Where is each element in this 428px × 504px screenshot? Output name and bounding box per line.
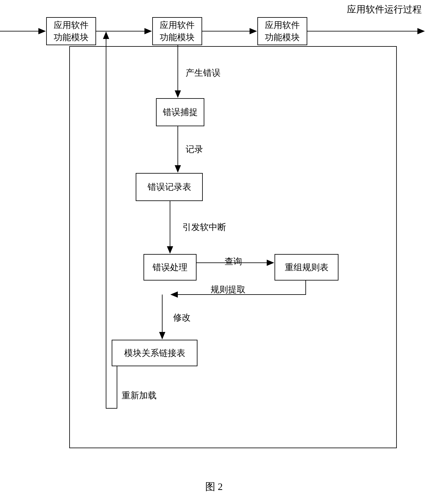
reload-label: 重新加载 (122, 390, 157, 401)
error-record-text: 错误记录表 (148, 181, 191, 193)
query-label: 查询 (225, 256, 242, 267)
trigger-interrupt-label: 引发软中断 (182, 221, 226, 233)
module-link-box: 模块关系链接表 (112, 340, 197, 366)
error-capture-text: 错误捕捉 (163, 106, 198, 118)
module-2-box: 应用软件 功能模块 (152, 17, 202, 45)
module-link-text: 模块关系链接表 (124, 347, 185, 359)
module-1-text: 应用软件 功能模块 (54, 19, 89, 43)
generate-error-label: 产生错误 (186, 67, 221, 79)
error-handle-box: 错误处理 (143, 254, 197, 281)
error-capture-box: 错误捕捉 (156, 98, 204, 126)
module-3-text: 应用软件 功能模块 (265, 19, 300, 43)
reorg-rule-box: 重组规则表 (275, 254, 338, 281)
record-label: 记录 (186, 143, 203, 155)
error-record-box: 错误记录表 (136, 173, 203, 201)
title-label: 应用软件运行过程 (347, 3, 422, 16)
figure-caption: 图 2 (0, 480, 428, 494)
module-2-text: 应用软件 功能模块 (160, 19, 195, 43)
big-frame (69, 46, 397, 448)
rule-extract-label: 规则提取 (211, 284, 246, 295)
module-1-box: 应用软件 功能模块 (46, 17, 96, 45)
error-handle-text: 错误处理 (153, 261, 187, 273)
modify-label: 修改 (173, 312, 191, 324)
module-3-box: 应用软件 功能模块 (257, 17, 307, 45)
reorg-rule-text: 重组规则表 (285, 261, 328, 273)
